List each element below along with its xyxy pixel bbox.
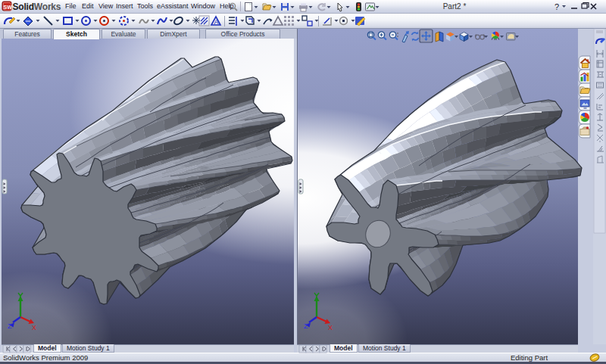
svg-text:X: X	[328, 324, 333, 331]
svg-text:?: ?	[554, 2, 559, 11]
svg-text:Z: Z	[8, 322, 12, 330]
svg-text:X: X	[32, 324, 36, 331]
svg-text:A: A	[214, 18, 219, 26]
svg-text:SW: SW	[4, 5, 13, 10]
svg-text:SolidWorks: SolidWorks	[13, 2, 61, 12]
svg-text:Z: Z	[304, 322, 308, 330]
